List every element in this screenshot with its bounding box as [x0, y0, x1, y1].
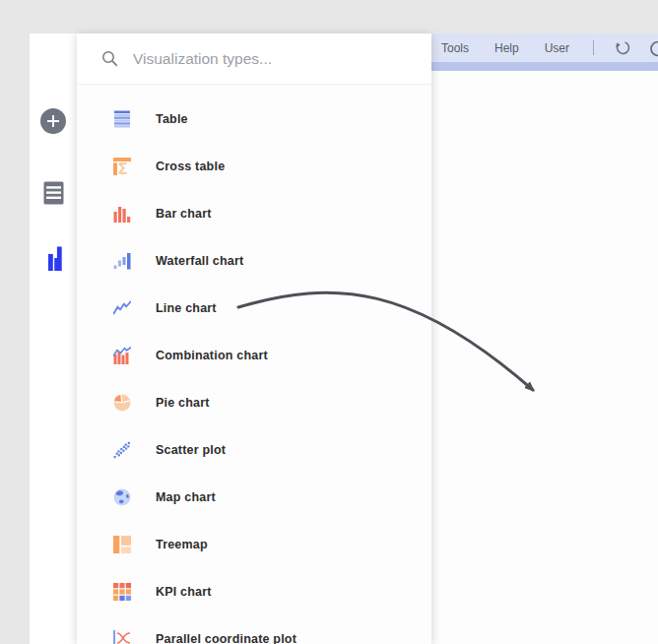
viz-type-label: Scatter plot	[156, 443, 226, 457]
viz-type-row-scatter-plot[interactable]: Scatter plot	[77, 426, 431, 474]
table-icon	[113, 110, 131, 128]
viz-type-label: Table	[156, 112, 188, 126]
map-chart-icon	[113, 488, 131, 506]
combination-chart-icon	[113, 347, 131, 364]
viz-type-label: Combination chart	[156, 349, 268, 362]
visualization-list: Table Cross table Bar chart Waterfall ch…	[77, 85, 431, 644]
viz-type-row-parallel-coordinate-plot[interactable]: Parallel coordinate plot	[77, 615, 431, 644]
cross-table-icon	[113, 158, 131, 175]
data-button[interactable]	[30, 181, 77, 205]
redo-icon-partial[interactable]	[647, 40, 658, 57]
visualization-types-panel: Table Cross table Bar chart Waterfall ch…	[77, 33, 431, 644]
bar-chart-icon	[43, 246, 64, 272]
viz-type-label: KPI chart	[156, 585, 212, 599]
menu-item-tools[interactable]: Tools	[441, 41, 469, 55]
parallel-coordinate-plot-icon	[113, 630, 131, 644]
line-chart-icon	[113, 299, 131, 317]
pie-chart-icon	[113, 394, 131, 412]
application-window: Tools Help User	[0, 0, 658, 644]
menu-item-help[interactable]: Help	[494, 41, 519, 55]
viz-type-row-bar-chart[interactable]: Bar chart	[77, 190, 431, 237]
viz-type-label: Pie chart	[156, 396, 210, 410]
viz-type-row-kpi-chart[interactable]: KPI chart	[77, 568, 431, 615]
viz-type-row-table[interactable]: Table	[77, 96, 431, 143]
search-icon	[101, 50, 118, 67]
viz-type-row-line-chart[interactable]: Line chart	[77, 285, 431, 332]
treemap-icon	[113, 536, 131, 553]
bar-chart-viz-icon	[113, 205, 131, 223]
plus-icon	[40, 108, 66, 134]
waterfall-chart-icon	[113, 252, 131, 270]
viz-type-row-cross-table[interactable]: Cross table	[77, 143, 431, 190]
kpi-chart-icon	[113, 583, 131, 601]
viz-type-label: Map chart	[156, 490, 216, 504]
viz-type-label: Bar chart	[156, 207, 212, 221]
viz-type-label: Treemap	[156, 538, 208, 551]
viz-type-label: Parallel coordinate plot	[156, 632, 296, 644]
search-bar	[77, 33, 431, 85]
toolbar-accent-strip	[431, 62, 658, 71]
viz-type-label: Cross table	[156, 160, 225, 173]
viz-type-row-pie-chart[interactable]: Pie chart	[77, 379, 431, 426]
search-input[interactable]	[131, 49, 401, 69]
add-button[interactable]	[30, 108, 77, 134]
analysis-canvas[interactable]	[431, 71, 658, 644]
left-sidebar	[30, 33, 77, 644]
visualizations-button[interactable]	[30, 246, 77, 272]
viz-type-row-combination-chart[interactable]: Combination chart	[77, 332, 431, 379]
scatter-plot-icon	[113, 441, 131, 459]
viz-type-label: Line chart	[156, 301, 217, 315]
viz-type-label: Waterfall chart	[156, 254, 243, 268]
viz-type-row-waterfall-chart[interactable]: Waterfall chart	[77, 237, 431, 285]
menu-item-user[interactable]: User	[545, 41, 569, 55]
menu-bar: Tools Help User	[431, 33, 658, 62]
data-table-icon	[43, 181, 64, 205]
undo-icon[interactable]	[614, 39, 631, 57]
menu-divider	[593, 40, 594, 55]
viz-type-row-treemap[interactable]: Treemap	[77, 521, 431, 568]
viz-type-row-map-chart[interactable]: Map chart	[77, 474, 431, 521]
